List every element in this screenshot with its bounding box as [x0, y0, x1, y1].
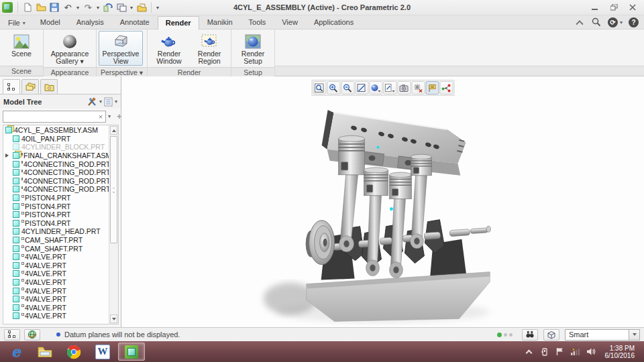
- taskbar-ie-button[interactable]: e: [3, 343, 30, 361]
- new-file-button[interactable]: [21, 1, 34, 13]
- render-region-button[interactable]: RenderRegion: [190, 31, 229, 66]
- graphics-viewport[interactable]: [121, 76, 644, 327]
- creo-app-icon[interactable]: [2, 2, 13, 13]
- select-components-button[interactable]: [543, 329, 559, 341]
- help-button[interactable]: ?: [629, 17, 639, 27]
- group-label-appearance[interactable]: Appearance: [44, 67, 96, 77]
- resources-dropdown-arrow[interactable]: ▾: [620, 19, 623, 25]
- tree-item[interactable]: CAM_SHAFT.PRT: [3, 244, 109, 253]
- tree-item[interactable]: PISTON4.PRT: [3, 202, 109, 210]
- open-file-button[interactable]: [35, 1, 47, 13]
- tree-item[interactable]: 4CYLINDER_HEAD.PRT: [3, 227, 109, 236]
- spin-center-point[interactable]: [390, 207, 393, 210]
- expand-caret-icon[interactable]: [5, 280, 9, 284]
- selection-filter-dropdown[interactable]: Smart: [565, 329, 640, 341]
- tree-settings-icon[interactable]: [87, 97, 97, 107]
- clear-search-icon[interactable]: ×: [96, 113, 105, 121]
- tree-item[interactable]: 4CONNECTING_ROD.PRT: [3, 168, 109, 177]
- tree-filters-arrow[interactable]: ▾: [115, 99, 117, 105]
- tree-item[interactable]: FINAL_CRANKSHAFT.ASM: [3, 152, 109, 160]
- resources-button[interactable]: ⟳: [608, 17, 618, 27]
- redo-dropdown-arrow[interactable]: ▾: [95, 5, 101, 11]
- network-status-icon[interactable]: [570, 347, 581, 357]
- web-browser-button[interactable]: [24, 329, 40, 341]
- group-label-scene[interactable]: Scene: [0, 66, 43, 76]
- taskbar-chrome-button[interactable]: [60, 343, 87, 361]
- minimize-button[interactable]: [590, 3, 600, 11]
- expand-caret-icon[interactable]: [5, 162, 9, 166]
- tree-item[interactable]: 4CONNECTING_ROD.PRT: [3, 177, 109, 186]
- tree-item[interactable]: 4CONNECTING_ROD.PRT: [3, 185, 109, 194]
- windows-button[interactable]: [115, 1, 127, 13]
- tree-item[interactable]: 4VALVE.PRT: [3, 286, 109, 295]
- close-window-button[interactable]: [136, 1, 148, 13]
- tab-tools[interactable]: Tools: [241, 15, 274, 29]
- search-history-arrow[interactable]: ▾: [108, 113, 111, 119]
- appearance-gallery-button[interactable]: AppearanceGallery ▾: [46, 31, 94, 66]
- datum-point[interactable]: [377, 146, 380, 149]
- tree-item[interactable]: 4VALVE.PRT: [3, 278, 109, 287]
- expand-caret-icon[interactable]: [5, 179, 9, 183]
- folder-browser-tab[interactable]: [21, 79, 39, 94]
- tree-settings-arrow[interactable]: ▾: [99, 99, 102, 105]
- undo-dropdown-arrow[interactable]: ▾: [75, 5, 80, 11]
- expand-caret-icon[interactable]: [5, 247, 9, 251]
- show-hidden-icons-button[interactable]: [524, 347, 535, 357]
- favorites-tab[interactable]: [40, 79, 58, 94]
- group-label-render[interactable]: Render: [148, 67, 231, 77]
- tree-item[interactable]: 4CONNECTING_ROD.PRT: [3, 160, 109, 168]
- expand-caret-icon[interactable]: [5, 229, 9, 233]
- taskbar-explorer-button[interactable]: [32, 343, 58, 361]
- group-label-setup[interactable]: Setup: [231, 67, 274, 77]
- scroll-up-button[interactable]: [110, 126, 117, 135]
- close-button[interactable]: [628, 3, 637, 11]
- render-window-button[interactable]: RenderWindow: [150, 31, 189, 66]
- render-setup-button[interactable]: RenderSetup: [233, 31, 272, 66]
- search-model-button[interactable]: [522, 329, 538, 341]
- tree-item[interactable]: 4VALVE.PRT: [3, 269, 109, 278]
- regenerate-button[interactable]: [102, 1, 114, 13]
- tree-search-input[interactable]: [3, 112, 96, 121]
- volume-icon[interactable]: [586, 347, 596, 357]
- expand-caret-icon[interactable]: [5, 154, 9, 158]
- expand-caret-icon[interactable]: [5, 213, 9, 217]
- perspective-view-button[interactable]: PerspectiveView: [99, 31, 143, 66]
- tree-item[interactable]: 4CYL_E_ASSEMBLY.ASM: [3, 126, 109, 135]
- expand-caret-icon[interactable]: [5, 204, 9, 208]
- tree-item[interactable]: 4VALVE.PRT: [3, 253, 109, 261]
- expand-caret-icon[interactable]: [5, 314, 9, 318]
- tab-annotate[interactable]: Annotate: [112, 15, 158, 29]
- tree-item[interactable]: PISTON4.PRT: [3, 194, 109, 202]
- tab-render[interactable]: Render: [158, 16, 199, 29]
- safely-remove-hardware-icon[interactable]: [539, 347, 550, 357]
- flywheel-pulley[interactable]: [306, 221, 335, 265]
- model-tree-tab[interactable]: [3, 79, 20, 94]
- customize-qat-arrow[interactable]: ▾: [155, 5, 160, 11]
- tree-item[interactable]: 4VALVE.PRT: [3, 303, 109, 312]
- expand-caret-icon[interactable]: [5, 221, 9, 225]
- tree-item[interactable]: 4VALVE.PRT: [3, 312, 109, 320]
- tab-view[interactable]: View: [274, 15, 306, 29]
- group-label-perspective[interactable]: Perspective ▾: [97, 67, 147, 77]
- undo-button[interactable]: ↶: [62, 1, 74, 13]
- tab-applications[interactable]: Applications: [306, 15, 362, 29]
- taskbar-word-button[interactable]: W: [89, 343, 116, 361]
- tab-model[interactable]: Model: [32, 15, 68, 29]
- engine-assembly-model[interactable]: [121, 76, 644, 326]
- scroll-down-button[interactable]: [110, 314, 117, 323]
- expand-caret-icon[interactable]: [5, 272, 9, 276]
- taskbar-clock[interactable]: 1:38 PM 6/10/2016: [601, 345, 639, 359]
- tree-item[interactable]: 4VALVE.PRT: [3, 295, 109, 304]
- selection-filter-arrow[interactable]: [629, 330, 639, 340]
- tab-analysis[interactable]: Analysis: [68, 15, 112, 29]
- expand-caret-icon[interactable]: [5, 196, 9, 200]
- expand-caret-icon[interactable]: [5, 263, 9, 267]
- tab-manikin[interactable]: Manikin: [199, 15, 241, 29]
- file-menu-button[interactable]: File▾: [1, 16, 32, 29]
- windows-dropdown-arrow[interactable]: ▾: [129, 5, 134, 11]
- expand-caret-icon[interactable]: [5, 137, 9, 141]
- toggle-navigator-button[interactable]: [4, 329, 20, 341]
- redo-button[interactable]: ↷: [82, 1, 94, 13]
- tree-item[interactable]: 4VALVE.PRT: [3, 261, 109, 270]
- expand-caret-icon[interactable]: [5, 255, 9, 259]
